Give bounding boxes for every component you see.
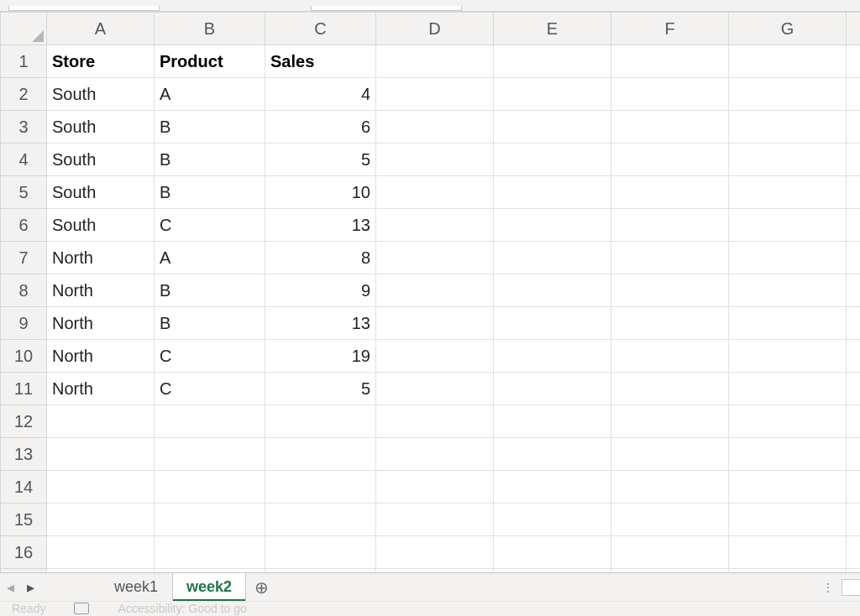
cell[interactable] bbox=[847, 569, 861, 573]
cell[interactable] bbox=[376, 569, 494, 573]
cell[interactable] bbox=[155, 504, 265, 536]
cell[interactable] bbox=[265, 569, 376, 573]
cell[interactable] bbox=[494, 242, 611, 274]
cell[interactable] bbox=[265, 504, 376, 536]
cell[interactable] bbox=[47, 536, 155, 569]
cell[interactable]: South bbox=[47, 111, 155, 144]
cell[interactable] bbox=[376, 307, 494, 340]
cell[interactable] bbox=[847, 504, 861, 536]
cell[interactable] bbox=[729, 504, 847, 536]
cell[interactable] bbox=[847, 536, 861, 569]
cell[interactable] bbox=[729, 569, 847, 573]
row-header[interactable]: 16 bbox=[1, 536, 47, 569]
cell[interactable] bbox=[729, 536, 847, 569]
cell[interactable] bbox=[611, 274, 729, 307]
cell[interactable] bbox=[494, 504, 611, 536]
cell[interactable] bbox=[611, 504, 729, 536]
cell[interactable] bbox=[847, 373, 861, 405]
cell[interactable] bbox=[847, 78, 861, 111]
cell[interactable]: Sales bbox=[265, 45, 376, 78]
cell[interactable] bbox=[729, 111, 847, 144]
cell[interactable] bbox=[729, 373, 847, 405]
row-header[interactable]: 4 bbox=[1, 144, 47, 176]
sheet-options-icon[interactable]: ⋮ bbox=[816, 581, 842, 594]
cell[interactable] bbox=[155, 438, 265, 471]
cell[interactable] bbox=[265, 405, 376, 438]
cell[interactable] bbox=[494, 438, 611, 471]
row-header[interactable]: 5 bbox=[1, 176, 47, 209]
cell[interactable]: 13 bbox=[265, 307, 376, 340]
cell[interactable] bbox=[265, 471, 376, 504]
cell[interactable] bbox=[847, 209, 861, 242]
sheet-nav-next[interactable]: ▸ bbox=[20, 578, 40, 597]
cell[interactable]: North bbox=[47, 307, 155, 340]
cell[interactable] bbox=[494, 274, 611, 307]
cell[interactable]: A bbox=[155, 242, 265, 274]
spreadsheet-grid[interactable]: A B C D E F G H 1StoreProductSales2South… bbox=[0, 12, 860, 572]
cell[interactable] bbox=[847, 405, 861, 438]
col-header-G[interactable]: G bbox=[729, 13, 847, 45]
cell[interactable]: 19 bbox=[265, 340, 376, 373]
row-header[interactable]: 17 bbox=[1, 569, 47, 573]
col-header-C[interactable]: C bbox=[265, 13, 376, 45]
cell[interactable]: B bbox=[155, 144, 265, 176]
cell[interactable] bbox=[729, 45, 847, 78]
cell[interactable] bbox=[494, 373, 611, 405]
cell[interactable] bbox=[494, 405, 611, 438]
cell[interactable] bbox=[155, 569, 265, 573]
cell[interactable]: Store bbox=[47, 45, 155, 78]
cell[interactable] bbox=[494, 209, 611, 242]
sheet-tab-week1[interactable]: week1 bbox=[101, 573, 172, 602]
cell[interactable] bbox=[155, 536, 265, 569]
cell[interactable] bbox=[494, 78, 611, 111]
cell[interactable] bbox=[376, 176, 494, 209]
cell[interactable] bbox=[376, 504, 494, 536]
cell[interactable] bbox=[847, 307, 861, 340]
cell[interactable] bbox=[847, 45, 861, 78]
cell[interactable] bbox=[376, 144, 494, 176]
row-header[interactable]: 11 bbox=[1, 373, 47, 405]
col-header-E[interactable]: E bbox=[494, 13, 611, 45]
cell[interactable] bbox=[611, 176, 729, 209]
cell[interactable]: B bbox=[155, 274, 265, 307]
row-header[interactable]: 9 bbox=[1, 307, 47, 340]
cell[interactable]: 5 bbox=[265, 373, 376, 405]
cell[interactable] bbox=[376, 405, 494, 438]
cell[interactable] bbox=[729, 274, 847, 307]
cell[interactable] bbox=[611, 209, 729, 242]
cell[interactable] bbox=[376, 340, 494, 373]
cell[interactable] bbox=[376, 78, 494, 111]
col-header-H[interactable]: H bbox=[847, 13, 861, 45]
namebox-cutoff[interactable] bbox=[8, 6, 160, 11]
cell[interactable]: 8 bbox=[265, 242, 376, 274]
sheet-tab-week2[interactable]: week2 bbox=[172, 573, 246, 602]
cell[interactable]: C bbox=[155, 373, 265, 405]
cell[interactable] bbox=[494, 569, 611, 573]
cell[interactable]: C bbox=[155, 209, 265, 242]
cell[interactable] bbox=[611, 307, 729, 340]
cell[interactable] bbox=[376, 45, 494, 78]
cell[interactable] bbox=[729, 176, 847, 209]
cell[interactable] bbox=[611, 242, 729, 274]
cell[interactable]: Product bbox=[155, 45, 265, 78]
row-header[interactable]: 2 bbox=[1, 78, 47, 111]
row-header[interactable]: 3 bbox=[1, 111, 47, 144]
cell[interactable] bbox=[611, 78, 729, 111]
cell[interactable] bbox=[376, 111, 494, 144]
row-header[interactable]: 14 bbox=[1, 471, 47, 504]
cell[interactable] bbox=[155, 405, 265, 438]
cell[interactable] bbox=[847, 438, 861, 471]
col-header-B[interactable]: B bbox=[155, 13, 265, 45]
cell[interactable] bbox=[611, 373, 729, 405]
cell[interactable] bbox=[729, 438, 847, 471]
cell[interactable] bbox=[47, 569, 155, 573]
cell[interactable] bbox=[494, 45, 611, 78]
row-header[interactable]: 15 bbox=[1, 504, 47, 536]
cell[interactable]: B bbox=[155, 307, 265, 340]
cell[interactable]: 9 bbox=[265, 274, 376, 307]
row-header[interactable]: 13 bbox=[1, 438, 47, 471]
cell[interactable] bbox=[729, 209, 847, 242]
cell[interactable] bbox=[847, 274, 861, 307]
cell[interactable] bbox=[376, 274, 494, 307]
cell[interactable] bbox=[47, 471, 155, 504]
